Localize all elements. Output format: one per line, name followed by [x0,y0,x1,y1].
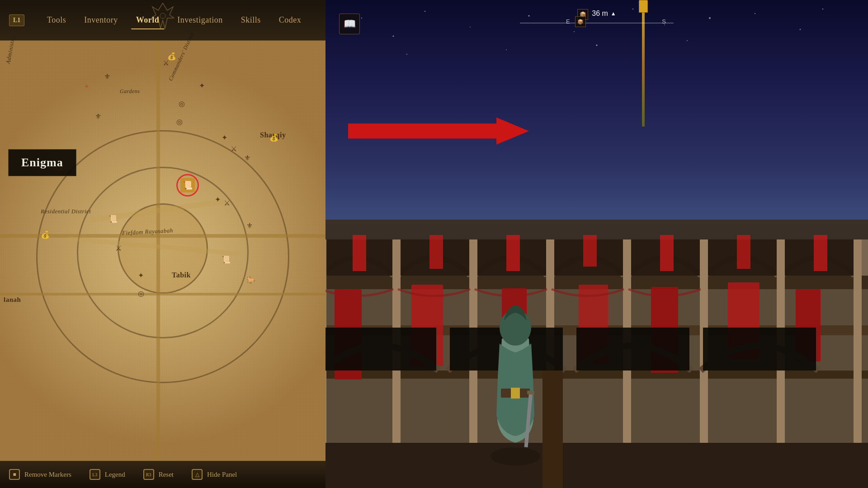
l3-button-icon: L3 [90,469,100,480]
marker-inner: 📜 [180,178,195,192]
arrow-body [348,117,529,145]
nav-investigation[interactable]: Investigation [168,12,231,28]
map-icon-bag2: 💰 [167,52,176,61]
compass-s-marker: S [662,18,666,25]
map-icon-15: ✦ [138,271,144,280]
svg-rect-54 [737,235,750,269]
map-icon-13: 📜 [108,215,118,223]
svg-rect-49 [353,235,366,271]
svg-rect-53 [660,235,674,271]
svg-rect-64 [527,390,535,394]
svg-rect-57 [542,371,563,488]
gameplay-panel: 📖 📦 36 m ▲ E 📦 S [326,0,868,488]
enigma-label: Enigma [21,156,63,169]
direction-arrow: ▲ [611,10,616,17]
svg-rect-56 [326,443,868,488]
compass-center-icon: 📦 [575,16,586,27]
map-icon-2: ✦ [199,81,205,90]
nav-skills[interactable]: Skills [232,12,270,28]
compass-e-marker: E [566,18,570,25]
hud-top: 📖 📦 36 m ▲ E 📦 S [326,0,868,41]
map-icon-12: 💰 [41,230,50,239]
svg-point-14 [406,54,407,55]
map-label-tabik: Tabik [172,271,191,279]
map-label-gardens: Gardens [120,88,140,95]
svg-point-60 [500,310,531,346]
svg-point-15 [506,49,507,50]
triangle-button-icon: △ [192,469,203,480]
square-button-icon: ■ [9,469,20,480]
map-icon-7: ⚔ [231,145,237,153]
svg-rect-48 [703,328,816,371]
red-arrow [348,117,529,145]
compass-bar: 📦 36 m ▲ E 📦 S [520,9,674,23]
svg-point-59 [491,447,540,465]
map-label-lanah: lanah [4,296,21,304]
map-icon-1: ⚜ [104,72,110,81]
legend-label: Legend [105,471,125,479]
map-icon-3: ◎ [179,99,185,108]
marker-circle: 📜 [176,174,199,197]
svg-rect-45 [326,328,436,371]
svg-point-16 [596,45,598,46]
svg-rect-55 [814,235,827,271]
svg-rect-52 [583,235,597,267]
road-horizontal-2 [0,293,326,296]
legend-action[interactable]: L3 Legend [90,469,125,480]
map-icon-10: ⚔ [224,199,230,207]
remove-markers-label: Remove Markers [24,471,71,479]
red-arrow-container [348,117,529,145]
remove-markers-action[interactable]: ■ Remove Markers [9,469,71,480]
nav-items: Tools Inventory World Investigation Skil… [32,12,316,28]
map-icon-bag4: 💰 [269,133,278,142]
distance-value: 36 m [592,9,608,18]
map-icon-9: ✦ [215,195,221,204]
map-icon-compass: ◎ [176,117,183,126]
reset-action[interactable]: R3 Reset [143,469,174,480]
hud-left-icon: 📖 [339,14,360,34]
svg-rect-51 [506,235,520,271]
enigma-map-marker[interactable]: 📜 [176,174,199,197]
svg-rect-62 [511,388,520,399]
r3-button-icon: R3 [143,469,154,480]
distance-label: 36 m ▲ [592,9,616,18]
map-icon-16: 🐎 [246,276,255,284]
svg-rect-47 [576,328,689,371]
hide-panel-action[interactable]: △ Hide Panel [192,469,237,480]
l1-button[interactable]: L1 [9,14,24,26]
enigma-tooltip: Enigma [8,149,76,176]
navigation-bar: L1 Tools Inventory World Investigation S… [0,0,326,41]
map-icon-bag3: 📜 [222,255,231,264]
map-icon-5: ✦ [84,82,90,91]
reset-label: Reset [159,471,174,479]
nav-inventory[interactable]: Inventory [75,12,127,28]
map-icon-17: ◎ [138,289,144,298]
map-icon-14: ⚔ [115,244,122,253]
map-icon-11: ⚜ [246,221,253,230]
map-icon-4: ⚜ [95,112,101,121]
svg-rect-22 [326,371,868,379]
nav-world[interactable]: World [127,12,169,28]
bottom-action-bar: ■ Remove Markers L3 Legend R3 Reset △ Hi… [0,461,326,488]
book-icon: 📖 [344,18,356,30]
map-icon-6: ✦ [222,133,227,142]
map-label-residential: Residential District [41,208,91,215]
nav-codex[interactable]: Codex [270,12,311,28]
hide-panel-label: Hide Panel [207,471,237,479]
compass-line: E 📦 S [520,23,674,23]
building-architecture [326,149,868,488]
svg-rect-50 [429,235,443,269]
map-icon-8: ⚜ [244,154,250,162]
map-panel: L1 Tools Inventory World Investigation S… [0,0,326,488]
nav-tools[interactable]: Tools [38,12,75,28]
